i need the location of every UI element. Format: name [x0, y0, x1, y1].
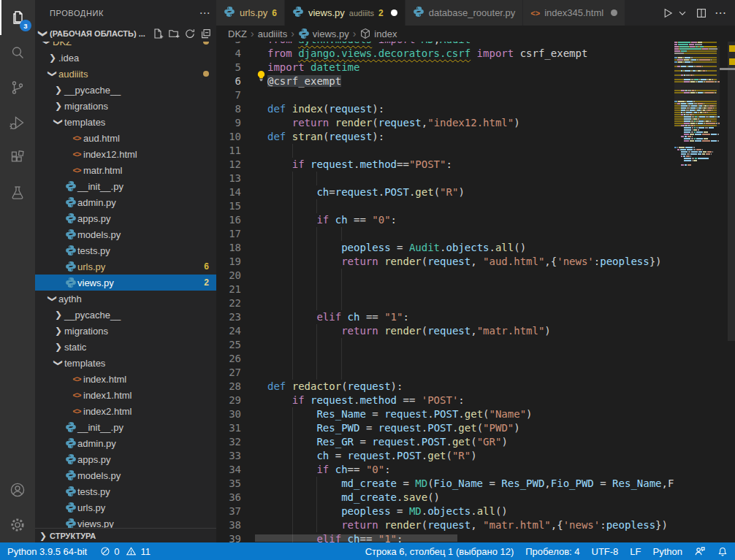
cursor-position-status[interactable]: Строка 6, столбец 1 (выбрано 12) [365, 546, 514, 557]
tree-item-tests.py[interactable]: tests.py [35, 242, 216, 258]
tree-item-models.py[interactable]: models.py [35, 226, 216, 242]
outline-section-header[interactable]: ❯ СТРУКТУРА [35, 528, 216, 542]
run-dropdown-chevron-icon[interactable] [677, 7, 688, 19]
tree-item-static[interactable]: ❯static [35, 339, 216, 355]
minimap[interactable] [674, 42, 720, 542]
breadcrumb-item-views.py[interactable]: views.py [298, 28, 349, 39]
tree-item-index12.html[interactable]: <>index12.html [35, 146, 216, 162]
tree-item-migrations[interactable]: ❯migrations [35, 98, 216, 114]
activity-search-button[interactable] [0, 35, 35, 70]
code-line-39[interactable]: 39 elif ch== "1": [216, 532, 674, 542]
language-mode-status[interactable]: Python [653, 546, 682, 557]
tree-item-tests.py[interactable]: tests.py [35, 483, 216, 499]
activity-settings-button[interactable] [0, 507, 35, 542]
minimap-viewport[interactable] [674, 46, 720, 127]
code-line-25[interactable]: 25 [216, 338, 674, 352]
tree-item-apps.py[interactable]: apps.py [35, 451, 216, 467]
code-editor[interactable]: 3from aythh.models import MD,Audit4from … [216, 42, 735, 542]
code-line-4[interactable]: 4from django.views.decorators.csrf impor… [216, 47, 674, 61]
tab-views.py[interactable]: views.pyaudiiits2 [285, 0, 405, 26]
code-line-28[interactable]: 28def redactor(request): [216, 380, 674, 394]
code-line-13[interactable]: 13 [216, 172, 674, 185]
code-line-17[interactable]: 17 [216, 227, 674, 241]
code-line-21[interactable]: 21 [216, 283, 674, 296]
tree-item-aythh[interactable]: ❯aythh [35, 291, 216, 307]
quick-fix-lightbulb-icon[interactable] [256, 70, 267, 82]
breadcrumb-item-audiiits[interactable]: audiiits [258, 28, 287, 39]
code-line-22[interactable]: 22 [216, 296, 674, 310]
code-line-30[interactable]: 30 Res_Name = request.POST.get("Name") [216, 407, 674, 421]
tree-item-views.py[interactable]: views.py2 [35, 275, 216, 291]
activity-account-button[interactable] [0, 472, 35, 507]
code-line-23[interactable]: 23 elif ch == "1": [216, 310, 674, 324]
code-line-37[interactable]: 37 peopless = MD.objects.all() [216, 505, 674, 518]
breadcrumb-item-index[interactable]: index [359, 28, 397, 39]
tree-item-__init__.py[interactable]: __init__.py [35, 419, 216, 435]
code-line-32[interactable]: 32 Res_GR = request.POST.get("GR") [216, 435, 674, 449]
tree-item-urls.py[interactable]: urls.py6 [35, 258, 216, 275]
code-line-5[interactable]: 5import datetime [216, 61, 674, 74]
tree-item-templates[interactable]: ❯templates [35, 355, 216, 371]
code-line-18[interactable]: 18 peopless = Audit.objects.all() [216, 241, 674, 255]
code-line-20[interactable]: 20 [216, 269, 674, 283]
feedback-icon[interactable] [694, 546, 706, 557]
tree-item-__pycache__[interactable]: ❯__pycache__ [35, 82, 216, 98]
collapse-all-icon[interactable] [200, 28, 212, 39]
code-line-8[interactable]: 8def index(request): [216, 102, 674, 116]
tree-item-apps.py[interactable]: apps.py [35, 210, 216, 226]
code-line-36[interactable]: 36 md_create.save() [216, 491, 674, 505]
tree-item-models.py[interactable]: models.py [35, 467, 216, 483]
more-actions-icon[interactable]: ⋯ [715, 6, 726, 20]
tree-item-admin.py[interactable]: admin.py [35, 435, 216, 451]
code-line-33[interactable]: 33 ch = request.POST.get("R") [216, 449, 674, 463]
activity-run-debug-button[interactable] [0, 105, 35, 140]
code-line-16[interactable]: 16 if ch == "0": [216, 213, 674, 227]
vertical-scrollbar[interactable] [728, 42, 735, 341]
tree-item-__pycache__[interactable]: ❯__pycache__ [35, 307, 216, 323]
tree-item-matr.html[interactable]: <>matr.html [35, 162, 216, 178]
code-line-24[interactable]: 24 return render(request,"matr.html") [216, 324, 674, 338]
breadcrumb-item-DKZ[interactable]: DKZ [228, 28, 247, 39]
tree-item-.idea[interactable]: ❯.idea [35, 50, 216, 66]
code-line-14[interactable]: 14 ch=request.POST.get("R") [216, 185, 674, 199]
tree-item-index2.html[interactable]: <>index2.html [35, 403, 216, 419]
code-line-6[interactable]: 6@csrf_exempt [216, 74, 674, 88]
problems-status[interactable]: 0 11 [100, 546, 151, 557]
python-interpreter-status[interactable]: Python 3.9.5 64-bit [7, 546, 87, 557]
eol-status[interactable]: LF [630, 546, 641, 557]
new-folder-icon[interactable] [168, 28, 180, 39]
tree-item-admin.py[interactable]: admin.py [35, 194, 216, 210]
workspace-section-header[interactable]: ❯ (РАБОЧАЯ ОБЛАСТЬ) ... [35, 26, 216, 42]
tab-database_roouter.py[interactable]: database_roouter.py [405, 0, 524, 26]
code-line-10[interactable]: 10def stran(request): [216, 130, 674, 144]
run-python-file-icon[interactable] [662, 7, 674, 19]
code-line-9[interactable]: 9 return render(request,"index12.html") [216, 116, 674, 130]
code-line-29[interactable]: 29 if request.method == 'POST': [216, 394, 674, 407]
activity-testing-button[interactable] [0, 175, 35, 210]
tree-item-DKZ[interactable]: ❯DKZ [35, 42, 216, 50]
tree-item-index.html[interactable]: <>index.html [35, 371, 216, 387]
code-line-19[interactable]: 19 return render(request, "aud.html",{'n… [216, 255, 674, 269]
indentation-status[interactable]: Пробелов: 4 [525, 546, 579, 557]
code-line-15[interactable]: 15 [216, 199, 674, 213]
activity-source-control-button[interactable] [0, 70, 35, 105]
tree-item-__init__.py[interactable]: __init__.py [35, 178, 216, 194]
code-line-31[interactable]: 31 Res_PWD = request.POST.get("PWD") [216, 421, 674, 435]
tree-item-migrations[interactable]: ❯migrations [35, 323, 216, 339]
tree-item-templates[interactable]: ❯templates [35, 114, 216, 130]
code-line-35[interactable]: 35 md_create = MD(Fio_Name = Res_PWD,Fio… [216, 477, 674, 491]
tree-item-index1.html[interactable]: <>index1.html [35, 387, 216, 403]
overview-ruler[interactable] [720, 42, 735, 542]
tree-item-audiiits[interactable]: ❯audiiits [35, 66, 216, 82]
activity-extensions-button[interactable] [0, 140, 35, 175]
refresh-icon[interactable] [184, 28, 196, 39]
explorer-more-actions-icon[interactable]: ⋯ [199, 7, 210, 20]
code-line-27[interactable]: 27 [216, 366, 674, 380]
code-line-38[interactable]: 38 return render(request, "matr.html",{'… [216, 518, 674, 532]
split-editor-icon[interactable] [696, 7, 707, 19]
encoding-status[interactable]: UTF-8 [592, 546, 619, 557]
new-file-icon[interactable] [152, 28, 164, 39]
notifications-bell-icon[interactable] [717, 546, 728, 557]
tree-item-aud.html[interactable]: <>aud.html [35, 130, 216, 146]
tab-urls.py[interactable]: urls.py6 [216, 0, 285, 26]
